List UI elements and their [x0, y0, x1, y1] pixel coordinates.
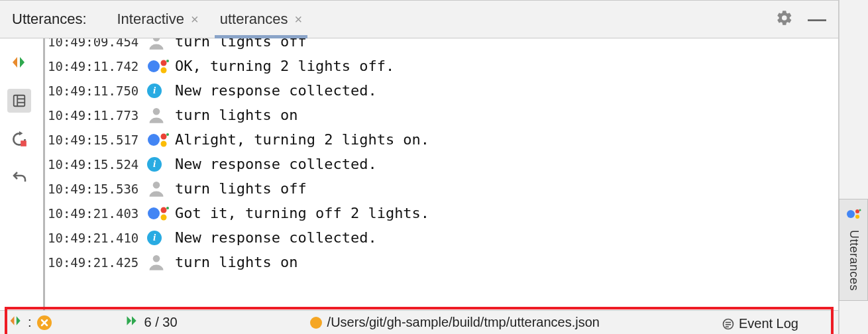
svg-point-5	[153, 38, 160, 41]
assistant-icon	[147, 205, 175, 222]
log-row[interactable]: 10:49:21.403Got it, turning off 2 lights…	[48, 201, 838, 225]
tab-label: Interactive	[117, 11, 185, 28]
log-timestamp: 10:49:11.750	[48, 84, 147, 98]
svg-point-6	[148, 60, 160, 72]
info-icon: i	[147, 84, 175, 98]
log-gutter	[38, 38, 45, 310]
svg-point-18	[161, 214, 167, 220]
event-log-link[interactable]: Event Log	[722, 316, 798, 331]
svg-point-9	[166, 60, 169, 62]
status-bar: : 6 / 30 /Users/git/gh-sample/build/tmp/…	[0, 310, 838, 334]
log-timestamp: 10:49:11.773	[48, 108, 147, 123]
log-timestamp: 10:49:15.517	[48, 133, 147, 147]
traffic-arrows-icon[interactable]	[9, 314, 23, 331]
panel-body: 10:49:09.454turn lights off10:49:11.742O…	[0, 38, 838, 310]
log-timestamp: 10:49:09.454	[48, 38, 147, 49]
close-icon[interactable]: ×	[294, 13, 302, 26]
log-message: New response collected.	[175, 156, 377, 172]
event-log-label: Event Log	[739, 316, 798, 331]
svg-point-25	[847, 210, 855, 218]
log-row[interactable]: 10:49:09.454turn lights off	[48, 38, 838, 54]
log-row[interactable]: 10:49:11.742OK, turning 2 lights off.	[48, 54, 838, 78]
svg-point-14	[166, 133, 169, 136]
svg-point-10	[153, 107, 160, 115]
panel-header: Utterances: Interactive × utterances × —	[0, 0, 838, 38]
svg-point-13	[161, 140, 167, 146]
panel-title: Utterances:	[12, 11, 107, 28]
assistant-icon	[845, 206, 861, 225]
right-rail: Utterances	[839, 0, 868, 334]
status-colon: :	[28, 315, 32, 330]
log-message: Alright, turning 2 lights on.	[175, 131, 429, 148]
side-tab-label: Utterances	[847, 230, 861, 291]
log-timestamp: 10:49:21.425	[48, 255, 147, 270]
user-icon	[147, 38, 175, 51]
tab-label: utterances	[220, 11, 288, 28]
svg-point-15	[153, 181, 160, 188]
gear-icon[interactable]	[776, 9, 793, 29]
log-message: Got it, turning off 2 lights.	[175, 205, 429, 221]
status-dot-icon	[310, 317, 322, 329]
minimize-icon[interactable]: —	[808, 9, 826, 30]
status-progress: 6 / 30	[144, 315, 178, 330]
log-timestamp: 10:49:21.403	[48, 206, 147, 221]
svg-rect-4	[21, 140, 27, 146]
traffic-arrows-icon[interactable]	[7, 50, 31, 74]
log-row[interactable]: 10:49:11.750iNew response collected.	[48, 78, 838, 103]
log-message: OK, turning 2 lights off.	[175, 58, 394, 74]
svg-point-16	[148, 207, 160, 219]
log-timestamp: 10:49:15.524	[48, 157, 147, 172]
svg-point-28	[859, 209, 861, 211]
refresh-stop-icon[interactable]	[7, 127, 31, 151]
user-icon	[147, 253, 175, 272]
svg-point-27	[855, 215, 859, 219]
assistant-icon	[147, 58, 175, 75]
svg-point-11	[148, 134, 160, 146]
log-timestamp: 10:49:15.536	[48, 182, 147, 196]
svg-point-26	[855, 209, 859, 213]
svg-point-20	[153, 254, 160, 262]
left-toolbar	[0, 38, 38, 310]
cancel-badge-icon[interactable]	[37, 315, 52, 330]
status-file-path: /Users/git/gh-sample/build/tmp/utterance…	[327, 315, 600, 330]
log-row[interactable]: 10:49:11.773turn lights on	[48, 103, 838, 127]
log-area[interactable]: 10:49:09.454turn lights off10:49:11.742O…	[38, 38, 838, 310]
fast-forward-icon[interactable]	[125, 314, 139, 331]
layout-icon[interactable]	[7, 89, 31, 113]
svg-point-17	[161, 207, 167, 213]
info-icon: i	[147, 231, 175, 245]
log-message: New response collected.	[175, 229, 377, 246]
log-message: turn lights off	[175, 180, 307, 197]
side-tab-utterances[interactable]: Utterances	[839, 199, 868, 301]
svg-point-19	[166, 207, 169, 209]
log-message: turn lights off	[175, 38, 307, 50]
log-row[interactable]: 10:49:15.536turn lights off	[48, 176, 838, 201]
assistant-icon	[147, 131, 175, 148]
log-row[interactable]: 10:49:15.517Alright, turning 2 lights on…	[48, 127, 838, 152]
log-message: New response collected.	[175, 82, 377, 99]
log-timestamp: 10:49:11.742	[48, 59, 147, 74]
info-icon: i	[147, 157, 175, 172]
log-row[interactable]: 10:49:21.425turn lights on	[48, 250, 838, 274]
log-timestamp: 10:49:21.410	[48, 231, 147, 245]
undo-icon[interactable]	[7, 166, 31, 190]
user-icon	[147, 180, 175, 198]
tab-interactive[interactable]: Interactive ×	[107, 1, 209, 38]
close-icon[interactable]: ×	[191, 13, 199, 26]
log-row[interactable]: 10:49:21.410iNew response collected.	[48, 225, 838, 250]
svg-point-8	[161, 67, 167, 73]
svg-point-12	[161, 133, 167, 139]
user-icon	[147, 106, 175, 125]
log-message: turn lights on	[175, 254, 298, 270]
log-row[interactable]: 10:49:15.524iNew response collected.	[48, 152, 838, 176]
svg-point-7	[161, 60, 167, 66]
tab-utterances[interactable]: utterances ×	[209, 1, 313, 38]
svg-rect-0	[14, 95, 25, 107]
tab-bar: Interactive × utterances ×	[107, 1, 313, 38]
log-message: turn lights on	[175, 107, 298, 123]
